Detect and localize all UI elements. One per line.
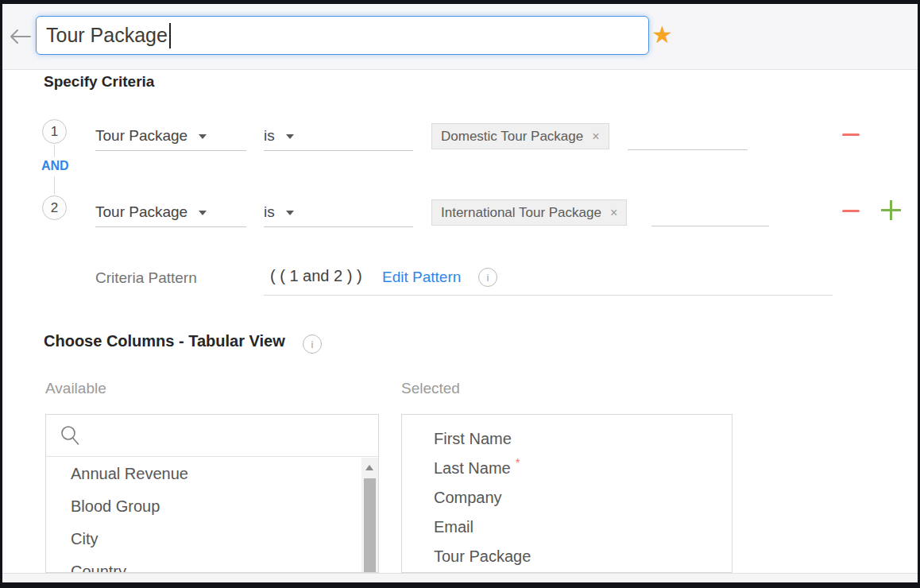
chevron-down-icon <box>286 211 294 215</box>
criteria-connector-line <box>54 176 55 195</box>
column-label: Company <box>434 489 502 507</box>
chevron-down-icon <box>199 211 207 215</box>
list-item[interactable]: Blood Group <box>46 490 361 523</box>
specify-criteria-heading: Specify Criteria <box>44 73 154 91</box>
info-icon[interactable]: i <box>303 335 322 354</box>
column-label: Email <box>434 518 474 536</box>
choose-columns-heading: Choose Columns - Tabular View <box>44 332 285 350</box>
list-item[interactable]: Annual Revenue <box>46 458 361 490</box>
operator-dropdown-row2[interactable]: is <box>264 197 413 227</box>
list-item[interactable]: Country <box>46 555 361 572</box>
pattern-underline <box>264 295 833 296</box>
available-columns-list: Annual Revenue Blood Group City Country <box>46 458 361 572</box>
available-columns-panel: Annual Revenue Blood Group City Country <box>45 414 379 573</box>
tag-label: Domestic Tour Package <box>441 129 583 145</box>
add-criteria-icon[interactable] <box>881 200 901 220</box>
list-item[interactable]: Company <box>402 484 732 513</box>
remove-criteria-row1-icon[interactable] <box>842 133 860 136</box>
view-name-value: Tour Package <box>46 24 168 47</box>
field-dropdown-row1[interactable]: Tour Package <box>95 121 246 151</box>
available-label: Available <box>45 380 106 397</box>
criteria-value-tag: International Tour Package × <box>431 199 627 226</box>
field-dropdown-value: Tour Package <box>95 203 187 221</box>
column-label: First Name <box>434 430 512 448</box>
text-cursor <box>169 23 171 48</box>
operator-dropdown-row1[interactable]: is <box>264 121 413 151</box>
list-item[interactable]: City <box>46 523 361 555</box>
selected-columns-panel: First Name Last Name* Company Email Tour… <box>401 414 733 573</box>
favorite-star-icon[interactable]: ★ <box>651 22 673 48</box>
criteria-connector-line <box>54 145 55 157</box>
criteria-row-number: 2 <box>42 195 67 220</box>
edit-pattern-link[interactable]: Edit Pattern <box>382 269 461 286</box>
list-item[interactable]: First Name <box>402 425 732 455</box>
tag-label: International Tour Package <box>441 205 601 221</box>
scroll-up-icon[interactable] <box>365 465 373 470</box>
field-dropdown-row2[interactable]: Tour Package <box>95 197 246 227</box>
required-mark: * <box>516 455 520 469</box>
criteria-value-tag: Domestic Tour Package × <box>431 123 609 149</box>
list-item[interactable]: Last Name* <box>402 455 732 484</box>
operator-dropdown-value: is <box>264 203 275 221</box>
criteria-row-number: 1 <box>42 119 67 144</box>
info-icon[interactable]: i <box>478 268 497 287</box>
available-scrollbar[interactable] <box>361 458 378 572</box>
remove-tag-icon[interactable]: × <box>610 206 617 220</box>
list-item[interactable]: Tour Package <box>402 543 732 572</box>
remove-criteria-row2-icon[interactable] <box>842 210 860 212</box>
value-input-row1[interactable] <box>628 149 748 150</box>
selected-label: Selected <box>401 380 460 397</box>
remove-tag-icon[interactable]: × <box>592 130 599 144</box>
custom-view-editor: Tour Package ★ Specify Criteria 1 Tour P… <box>0 0 920 588</box>
back-arrow-icon[interactable] <box>9 29 33 44</box>
search-icon <box>60 425 81 447</box>
column-label: Tour Package <box>434 547 531 566</box>
list-item[interactable]: Email <box>402 513 732 543</box>
scrollbar-thumb[interactable] <box>364 478 376 573</box>
field-dropdown-value: Tour Package <box>95 127 187 145</box>
value-input-row2[interactable] <box>651 226 769 226</box>
footer-strip <box>0 573 920 582</box>
view-name-input[interactable]: Tour Package <box>36 16 649 55</box>
header-bar: Tour Package ★ <box>0 0 920 70</box>
selected-columns-list: First Name Last Name* Company Email Tour… <box>402 425 732 572</box>
chevron-down-icon <box>286 134 294 139</box>
criteria-pattern-value: ( ( 1 and 2 ) ) <box>270 267 362 285</box>
column-label: Last Name <box>434 459 511 478</box>
available-search-input[interactable] <box>46 415 378 457</box>
chevron-down-icon <box>199 134 207 139</box>
criteria-pattern-label: Criteria Pattern <box>95 269 197 287</box>
criteria-conjunction[interactable]: AND <box>41 159 69 173</box>
operator-dropdown-value: is <box>264 127 275 145</box>
